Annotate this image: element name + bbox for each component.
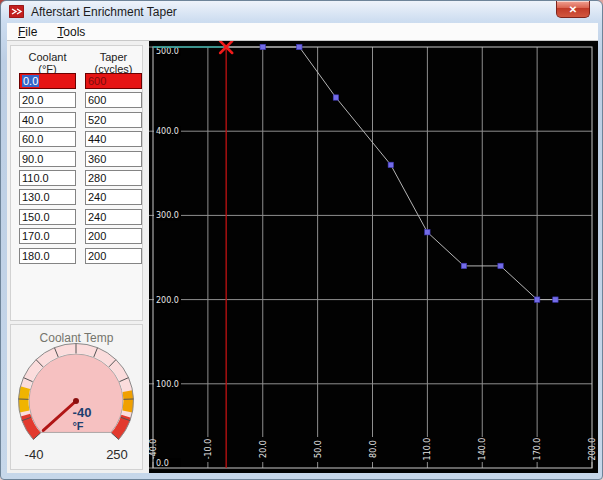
coolant-cell-8[interactable]: 170.0 — [19, 228, 76, 244]
coolant-cell-9[interactable]: 180.0 — [19, 248, 76, 264]
x-tick-label: 110.0 — [423, 438, 432, 461]
window-content: Coolant (°F) Taper (cycles) 0.060020.060… — [7, 41, 598, 473]
coolant-cell-6[interactable]: 130.0 — [19, 189, 76, 205]
x-tick-label: 140.0 — [478, 438, 487, 461]
coolant-cell-1[interactable]: 20.0 — [19, 92, 76, 108]
x-tick-label: 170.0 — [533, 438, 542, 461]
taper-cell-9[interactable]: 200 — [85, 248, 142, 264]
y-tick-label: 200.0 — [156, 296, 179, 305]
data-point-marker-2[interactable] — [297, 44, 302, 49]
menu-tools[interactable]: Tools — [48, 23, 94, 41]
x-tick-label: 20.0 — [259, 440, 268, 458]
taper-cell-1[interactable]: 600 — [85, 92, 142, 108]
x-tick-label: 80.0 — [369, 440, 378, 458]
data-point-marker-9[interactable] — [553, 297, 558, 302]
curve-chart[interactable]: -40.0-10.020.050.080.0110.0140.0170.0200… — [149, 41, 598, 473]
curve-chart-area[interactable]: -40.0-10.020.050.080.0110.0140.0170.0200… — [149, 41, 598, 473]
data-point-marker-8[interactable] — [534, 297, 539, 302]
data-point-marker-7[interactable] — [498, 263, 503, 268]
column-header-taper: Taper — [83, 51, 144, 63]
taper-cell-3[interactable]: 440 — [85, 131, 142, 147]
data-point-marker-5[interactable] — [425, 230, 430, 235]
taper-cell-0[interactable]: 600 — [85, 73, 142, 89]
coolant-cell-4[interactable]: 90.0 — [19, 151, 76, 167]
y-tick-label: 100.0 — [156, 380, 179, 389]
taper-cell-5[interactable]: 280 — [85, 170, 142, 186]
gauge-min-label: -40 — [25, 447, 44, 462]
taper-cell-6[interactable]: 240 — [85, 189, 142, 205]
x-tick-label: -10.0 — [204, 439, 213, 460]
y-tick-label: 300.0 — [156, 211, 179, 220]
taper-cell-7[interactable]: 240 — [85, 209, 142, 225]
coolant-cell-7[interactable]: 150.0 — [19, 209, 76, 225]
data-point-marker-4[interactable] — [388, 162, 393, 167]
gauge-title: Coolant Temp — [11, 331, 142, 345]
gauge-needle-hub — [73, 398, 79, 404]
y-tick-label: 500.0 — [156, 47, 179, 56]
coolant-cell-0[interactable]: 0.0 — [19, 73, 76, 89]
x-tick-label: 50.0 — [314, 440, 323, 458]
left-panel: Coolant (°F) Taper (cycles) 0.060020.060… — [7, 41, 149, 473]
close-button[interactable]: ✕ — [556, 1, 590, 18]
menu-bar: FileTools — [7, 23, 598, 41]
coolant-gauge: -40°F-40250 — [11, 325, 142, 469]
gauge-value: -40 — [73, 405, 92, 420]
coolant-gauge-panel: Coolant Temp -40°F-40250 — [10, 324, 143, 470]
data-line — [226, 47, 555, 300]
taper-cell-2[interactable]: 520 — [85, 112, 142, 128]
gauge-unit: °F — [72, 420, 83, 432]
taper-cell-4[interactable]: 360 — [85, 151, 142, 167]
y-tick-label: 0.0 — [156, 459, 169, 468]
data-point-marker-1[interactable] — [260, 44, 265, 49]
curve-table: Coolant (°F) Taper (cycles) 0.060020.060… — [10, 45, 143, 321]
data-point-marker-6[interactable] — [461, 263, 466, 268]
coolant-cell-2[interactable]: 40.0 — [19, 112, 76, 128]
window-title: Afterstart Enrichment Taper — [31, 1, 177, 23]
gauge-max-label: 250 — [106, 447, 128, 462]
taper-cell-8[interactable]: 200 — [85, 228, 142, 244]
y-tick-label: 400.0 — [156, 127, 179, 136]
close-icon: ✕ — [569, 4, 577, 15]
title-bar[interactable]: Afterstart Enrichment Taper ✕ — [1, 1, 602, 23]
app-window: Afterstart Enrichment Taper ✕ FileTools … — [0, 0, 603, 480]
column-header-coolant: Coolant — [17, 51, 78, 63]
coolant-cell-3[interactable]: 60.0 — [19, 131, 76, 147]
gauge-zone-2 — [127, 391, 128, 411]
menu-file[interactable]: File — [9, 23, 46, 41]
app-icon — [9, 5, 24, 18]
coolant-cell-5[interactable]: 110.0 — [19, 170, 76, 186]
data-point-marker-3[interactable] — [333, 95, 338, 100]
